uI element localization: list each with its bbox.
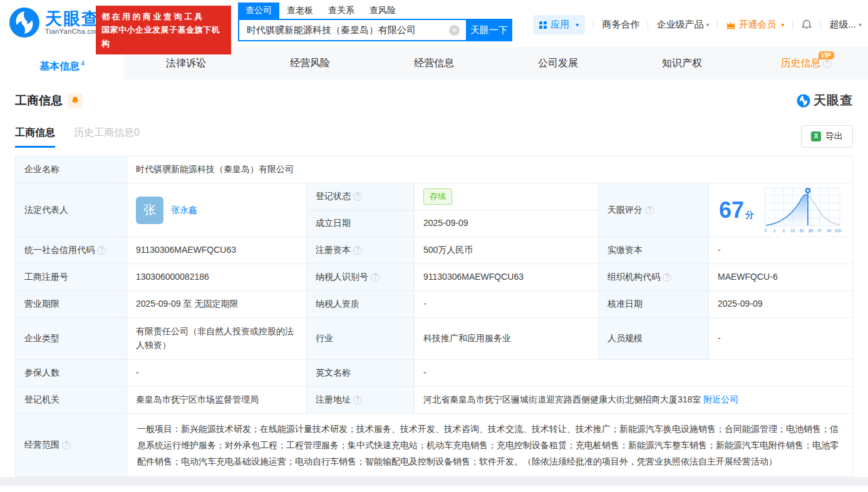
- tab-history-info[interactable]: 历史信息VIP?: [744, 47, 868, 79]
- help-icon[interactable]: ?: [62, 441, 71, 449]
- field-value-legal-rep: 张 张永鑫: [127, 183, 307, 237]
- tab-operation-info[interactable]: 经营信息: [372, 47, 496, 79]
- tab-company-development[interactable]: 公司发展: [496, 47, 620, 79]
- svg-text:1: 1: [773, 228, 776, 233]
- svg-text:50: 50: [799, 228, 804, 233]
- search-input[interactable]: [238, 19, 466, 41]
- search-tab-risk[interactable]: 查风险: [362, 3, 403, 19]
- excel-icon: X: [811, 131, 821, 141]
- page-footer-strip: [0, 477, 868, 486]
- subtab-history-business-info[interactable]: 历史工商信息0: [74, 126, 140, 148]
- apps-grid-icon: [539, 21, 547, 29]
- field-label-english-name: 英文名称: [307, 360, 415, 387]
- nav-open-vip[interactable]: 开通会员 ▾: [726, 19, 784, 31]
- field-label-reg-address: 注册地址?: [307, 387, 415, 414]
- field-label-org-code: 组织机构代码?: [599, 264, 709, 291]
- nav-account[interactable]: 超级... ▾: [829, 19, 862, 31]
- svg-text:99: 99: [827, 228, 832, 233]
- tab-count-badge: 4: [81, 59, 85, 67]
- nav-vip-label: 开通会员: [738, 19, 776, 31]
- tab-intellectual-property[interactable]: 知识产权: [620, 47, 744, 79]
- divider: [792, 21, 793, 29]
- field-value-english-name: -: [415, 360, 852, 387]
- field-value-reg-status: 存续: [415, 183, 599, 210]
- subtab-business-info[interactable]: 工商信息: [15, 126, 55, 148]
- nav-cooperation[interactable]: 商务合作: [602, 19, 639, 31]
- help-icon[interactable]: ?: [353, 246, 362, 255]
- field-label-reg-authority: 登记机关: [16, 387, 127, 414]
- svg-text:100: 100: [835, 228, 842, 233]
- field-value-reg-address: 河北省秦皇岛市抚宁区骊城街道迎宾路西侧健康大街北侧招商大厦318室 附近公司: [415, 387, 852, 414]
- svg-text:15: 15: [790, 228, 795, 233]
- field-label-score: 天眼评分?: [599, 183, 709, 237]
- logo-domain-text: TianYanCha.com: [45, 28, 101, 35]
- score-number: 67分: [719, 199, 754, 222]
- field-label-credit-code: 统一社会信用代码?: [16, 237, 127, 264]
- export-button[interactable]: X 导出: [801, 125, 853, 148]
- help-icon[interactable]: ?: [371, 273, 380, 282]
- field-label-industry: 行业: [307, 318, 415, 360]
- search-tab-company[interactable]: 查公司: [238, 3, 279, 19]
- svg-text:3: 3: [782, 228, 785, 233]
- export-label: 导出: [825, 131, 843, 142]
- subscribe-bell-button[interactable]: [68, 93, 83, 108]
- field-value-approval-date: 2025-09-09: [709, 291, 852, 318]
- nearby-companies-link[interactable]: 附近公司: [703, 393, 738, 407]
- search-tab-relation[interactable]: 查关系: [321, 3, 362, 19]
- help-icon[interactable]: ?: [353, 396, 362, 404]
- field-value-staff-size: -: [709, 318, 852, 360]
- slogan-line1: 都在用的商业查询工具: [101, 10, 225, 23]
- search-tabs: 查公司 查老板 查关系 查风险: [238, 3, 512, 19]
- field-value-paid-capital: -: [709, 237, 852, 264]
- field-value-company-name: 时代骐骥新能源科技（秦皇岛）有限公司: [127, 156, 852, 183]
- nav-notifications[interactable]: [801, 19, 812, 31]
- search-tab-boss[interactable]: 查老板: [279, 3, 321, 19]
- main-content: 工商信息 天眼查 工商信息 历史工商信息0 X 导出 企业名称: [0, 92, 868, 477]
- tab-operation-risk[interactable]: 经营风险: [248, 47, 372, 79]
- header-nav: 应用 ▾ 商务合作 企业级产品 ▾ 开通会员 ▾ 超级...: [533, 15, 862, 34]
- logo-brand-text: 天眼查: [45, 10, 101, 28]
- vip-badge: VIP: [819, 51, 834, 59]
- field-value-credit-code: 91130306MAEWFQCU63: [127, 237, 307, 264]
- tab-basic-info-label: 基本信息: [39, 61, 80, 71]
- top-header: 天眼查 TianYanCha.com 都在用的商业查询工具 国家中小企业发展子基…: [0, 0, 868, 47]
- search-button[interactable]: 天眼一下: [466, 19, 512, 41]
- help-icon[interactable]: ?: [823, 59, 832, 68]
- help-icon[interactable]: ?: [353, 192, 362, 201]
- nav-enterprise-label: 企业级产品: [656, 19, 703, 31]
- help-icon[interactable]: ?: [97, 246, 106, 255]
- svg-text:97: 97: [817, 228, 822, 233]
- field-label-establish-date: 成立日期: [307, 210, 415, 237]
- field-label-paid-capital: 实缴资本: [599, 237, 709, 264]
- bell-icon: [801, 19, 812, 31]
- business-info-table: 企业名称 时代骐骥新能源科技（秦皇岛）有限公司 法定代表人 张 张永鑫 登记状态…: [15, 156, 853, 477]
- section-title: 工商信息: [15, 93, 63, 109]
- field-value-insured-count: -: [127, 360, 307, 387]
- tianyancha-swirl-icon: [797, 94, 810, 108]
- watermark-text: 天眼查: [814, 92, 853, 109]
- nav-apps[interactable]: 应用 ▾: [533, 15, 585, 34]
- help-icon[interactable]: ?: [645, 206, 654, 215]
- field-value-business-scope: 一般项目：新兴能源技术研发；在线能源计量技术研发；技术服务、技术开发、技术咨询、…: [127, 414, 852, 476]
- field-value-reg-authority: 秦皇岛市抚宁区市场监督管理局: [127, 387, 307, 414]
- nav-enterprise-product[interactable]: 企业级产品 ▾: [656, 19, 709, 31]
- watermark-logo: 天眼查: [797, 92, 853, 109]
- legal-rep-link[interactable]: 张永鑫: [171, 203, 197, 217]
- svg-text:85: 85: [809, 228, 814, 233]
- chevron-down-icon: ▾: [859, 21, 862, 28]
- field-label-company-type: 企业类型: [16, 318, 127, 360]
- field-label-approval-date: 核准日期: [599, 291, 709, 318]
- field-label-legal-rep: 法定代表人: [16, 183, 127, 237]
- clear-search-icon[interactable]: ✕: [449, 25, 460, 36]
- field-value-industry: 科技推广和应用服务业: [415, 318, 599, 360]
- divider: [717, 21, 718, 29]
- score-axis-labels: 0 1 3 15 50 85 97 99 100: [764, 228, 842, 233]
- legal-rep-avatar[interactable]: 张: [136, 197, 163, 224]
- field-value-establish-date: 2025-09-09: [415, 210, 599, 237]
- divider: [593, 21, 594, 29]
- help-icon[interactable]: ?: [663, 273, 671, 282]
- field-label-company-name: 企业名称: [16, 156, 127, 183]
- tianyancha-swirl-icon: [9, 7, 40, 38]
- tianyancha-logo[interactable]: 天眼查 TianYanCha.com: [9, 7, 101, 38]
- field-label-reg-number: 工商注册号: [16, 264, 127, 291]
